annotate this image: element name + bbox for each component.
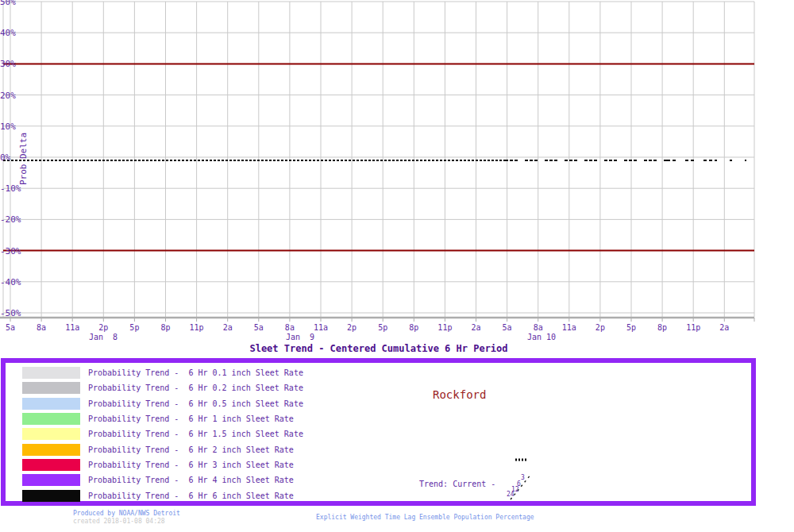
legend-swatch — [22, 367, 80, 379]
legend-rows: Probability Trend - 6 Hr 0.1 inch Sleet … — [6, 365, 751, 503]
legend-label: Probability Trend - 6 Hr 3 inch Sleet Ra… — [88, 461, 294, 469]
noaa-sleet-trend-graphic: Prob Delta Sleet Trend - Centered Cumula… — [0, 0, 794, 532]
x-tick-label: 8p — [160, 323, 170, 332]
legend-swatch — [22, 474, 80, 486]
trend-hour-label: 3 — [521, 475, 525, 481]
x-tick-label: 11p — [437, 323, 452, 332]
y-tick-label: 30% — [0, 60, 16, 68]
day-label: Jan 8 — [89, 333, 118, 341]
trend-hour-label: 24 — [507, 492, 515, 498]
x-tick-label: 11p — [190, 323, 204, 332]
x-tick-label: 5a — [254, 323, 264, 332]
legend-box: Probability Trend - 6 Hr 0.1 inch Sleet … — [1, 358, 756, 506]
x-tick-label: 2a — [719, 323, 729, 332]
chart-grid — [0, 0, 794, 357]
day-label: Jan 9 — [286, 333, 314, 341]
footer-created: created 2018-01-08 04:28 — [73, 518, 180, 526]
y-tick-label: 40% — [0, 29, 16, 37]
footer-caption: Explicit Weighted Time Lag Ensemble Popu… — [316, 514, 534, 522]
footer-produced-by: Produced by NOAA/NWS Detroit — [73, 510, 180, 518]
legend-swatch — [22, 459, 80, 471]
trend-key-label: Trend: Current - — [419, 480, 495, 488]
y-axis-title: Prob Delta — [18, 133, 29, 185]
x-tick-label: 2p — [596, 323, 605, 332]
day-label: Jan 10 — [527, 333, 556, 341]
y-tick-label: 0% — [0, 153, 10, 162]
x-tick-label: 5p — [626, 323, 636, 332]
legend-swatch — [22, 413, 80, 425]
y-tick-label: -10% — [0, 184, 21, 193]
legend-label: Probability Trend - 6 Hr 1 inch Sleet Ra… — [88, 414, 294, 423]
y-tick-label: 50% — [0, 0, 16, 6]
legend-label: Probability Trend - 6 Hr 4 inch Sleet Ra… — [88, 476, 294, 484]
x-tick-label: 5p — [129, 323, 139, 332]
x-tick-label: 8p — [657, 323, 667, 332]
legend-label: Probability Trend - 6 Hr 0.5 inch Sleet … — [88, 399, 303, 408]
y-tick-label: -30% — [0, 247, 21, 256]
x-tick-label: 2a — [471, 323, 480, 332]
legend-label: Probability Trend - 6 Hr 2 inch Sleet Ra… — [88, 445, 294, 454]
x-tick-label: 5p — [378, 323, 387, 332]
legend-swatch — [22, 382, 80, 394]
x-tick-label: 2a — [223, 323, 233, 332]
chart-plot-area: Prob Delta Sleet Trend - Centered Cumula… — [0, 0, 794, 357]
x-tick-label: 11p — [686, 323, 700, 332]
y-tick-label: -40% — [0, 278, 21, 287]
legend-row: Probability Trend - 6 Hr 1 inch Sleet Ra… — [6, 411, 751, 426]
legend-label: Probability Trend - 6 Hr 1.5 inch Sleet … — [88, 430, 303, 438]
x-tick-label: 11a — [562, 323, 576, 332]
legend-row: Probability Trend - 6 Hr 6 inch Sleet Ra… — [6, 488, 751, 503]
legend-row: Probability Trend - 6 Hr 2 inch Sleet Ra… — [6, 441, 751, 457]
x-tick-label: 2p — [98, 323, 108, 332]
x-tick-label: 11a — [314, 323, 328, 332]
y-tick-label: 20% — [0, 91, 16, 100]
legend-swatch — [22, 490, 80, 502]
legend-row: Probability Trend - 6 Hr 0.2 inch Sleet … — [6, 380, 751, 395]
x-tick-label: 8a — [285, 323, 295, 332]
x-tick-label: 8a — [37, 323, 46, 332]
legend-swatch — [22, 398, 80, 410]
y-tick-label: -20% — [0, 215, 21, 224]
x-tick-label: 5a — [503, 323, 512, 332]
legend-label: Probability Trend - 6 Hr 0.2 inch Sleet … — [88, 384, 303, 392]
legend-label: Probability Trend - 6 Hr 6 inch Sleet Ra… — [88, 492, 294, 500]
legend-swatch — [22, 444, 80, 456]
legend-row: Probability Trend - 6 Hr 4 inch Sleet Ra… — [6, 472, 751, 488]
y-tick-label: -50% — [0, 309, 21, 318]
legend-swatch — [22, 428, 80, 440]
legend-row: Probability Trend - 6 Hr 3 inch Sleet Ra… — [6, 457, 751, 472]
x-tick-label: 8a — [534, 323, 543, 332]
legend-label: Probability Trend - 6 Hr 0.1 inch Sleet … — [88, 368, 303, 377]
legend-row: Probability Trend - 6 Hr 0.1 inch Sleet … — [6, 365, 751, 380]
y-tick-label: 10% — [0, 122, 16, 131]
x-tick-label: 2p — [347, 323, 357, 332]
x-tick-label: 8p — [409, 323, 418, 332]
legend-row: Probability Trend - 6 Hr 0.5 inch Sleet … — [6, 396, 751, 411]
legend-row: Probability Trend - 6 Hr 1.5 inch Sleet … — [6, 426, 751, 441]
x-tick-label: 5a — [6, 323, 15, 332]
chart-title: Sleet Trend - Centered Cumulative 6 Hr P… — [3, 343, 754, 354]
x-tick-label: 11a — [65, 323, 79, 332]
station-label: Rockford — [433, 388, 486, 401]
